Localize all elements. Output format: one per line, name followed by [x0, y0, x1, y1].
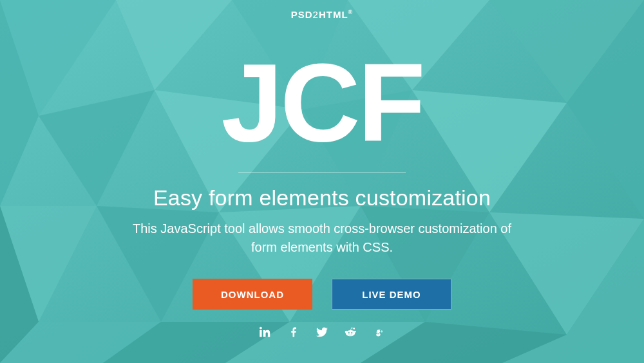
brand-logo[interactable]: PSD2HTML®: [291, 9, 353, 20]
brand-registered: ®: [348, 9, 354, 15]
googleplus-icon[interactable]: [373, 326, 384, 338]
linkedin-icon[interactable]: [260, 326, 271, 338]
social-row: [260, 326, 384, 338]
hero-landing: PSD2HTML® JCF Easy form elements customi…: [0, 0, 644, 363]
download-button[interactable]: DOWNLOAD: [193, 279, 312, 310]
brand-part3: HTML: [319, 9, 348, 20]
product-subtitle: Easy form elements customization: [153, 185, 491, 210]
product-title: JCF: [222, 47, 423, 158]
brand-part1: PSD: [291, 9, 313, 20]
reddit-icon[interactable]: [345, 326, 356, 338]
live-demo-button[interactable]: LIVE DEMO: [332, 279, 451, 310]
brand-part2: 2: [313, 9, 319, 20]
facebook-icon[interactable]: [288, 326, 299, 338]
product-description: This JavaScript tool allows smooth cross…: [129, 219, 515, 257]
divider: [238, 172, 406, 172]
twitter-icon[interactable]: [316, 326, 328, 338]
cta-row: DOWNLOAD LIVE DEMO: [193, 279, 451, 310]
